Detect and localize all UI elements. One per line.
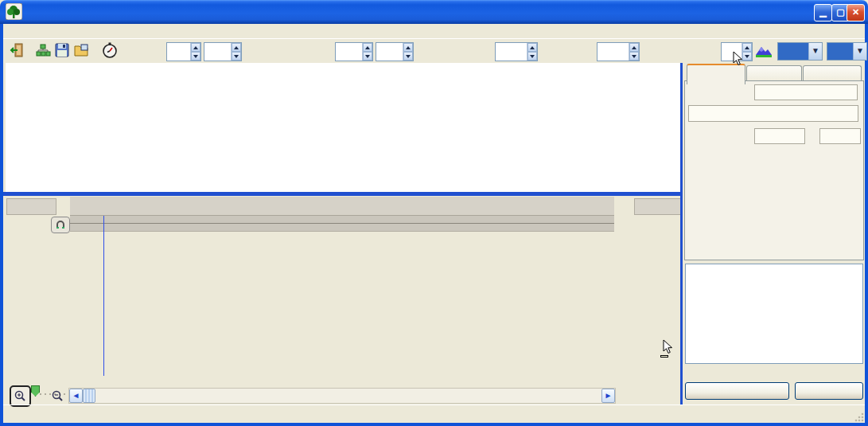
timeline-ruler[interactable] [70,197,614,216]
stopwatch-icon[interactable] [100,41,119,60]
mouse-cursor-2 [663,339,673,354]
relative-time-chip [6,198,56,215]
magnifier-plus-icon [14,390,26,402]
keyframe-panel [6,63,680,193]
tab-property[interactable] [687,64,745,84]
app-window: ▁ ▢ ✕ [0,0,868,426]
title-bar[interactable]: ▁ ▢ ✕ [0,0,868,24]
ratio-dropdown[interactable]: ▼ [777,42,823,61]
app-icon [6,3,22,22]
zoom-in-button[interactable] [10,385,31,407]
restore-button[interactable] [795,382,863,400]
chevron-down-icon[interactable]: ▼ [853,43,866,60]
mouse-cursor [733,51,743,66]
magnet-snap-button[interactable] [51,217,70,233]
timeline-range-strip[interactable] [70,216,614,232]
picture-height-field[interactable] [819,128,861,144]
resize-grip[interactable] [854,412,864,422]
chevron-down-icon[interactable]: ▼ [808,43,822,60]
playhead-line[interactable] [103,216,104,376]
timecode-frames-spinner[interactable] [166,42,201,61]
tree-view-button[interactable] [33,41,53,60]
image-tool-icon[interactable] [754,41,773,61]
timeline-scrollbar[interactable] [68,388,616,404]
window-border-left [0,24,3,426]
object-tree [685,264,863,364]
absolute-time-chip [634,198,687,215]
picture-name-field[interactable] [754,84,858,100]
zoom-value [827,43,853,60]
window-border-right [865,24,868,426]
magnet-icon [56,221,65,229]
scrollbar-thumb[interactable] [83,389,95,403]
zoom-out-button[interactable] [49,389,66,404]
scrollbar-right-arrow[interactable]: ► [601,389,615,403]
exit-button[interactable] [8,41,27,60]
status-bar [3,405,865,424]
magnifier-minus-icon [52,390,64,402]
next-effect-spinner[interactable] [597,42,640,61]
timeline-zoom-slider[interactable] [31,385,40,397]
picture-width-field[interactable] [754,128,805,144]
tooltip [660,355,668,358]
menu-bar [3,24,865,39]
zoom-dropdown[interactable]: ▼ [827,42,867,61]
scrollbar-left-arrow[interactable]: ◄ [69,389,83,403]
picture-path-field[interactable] [688,105,858,122]
close-button[interactable]: ✕ [847,4,865,21]
copy-to-clipboard-button[interactable] [685,382,789,400]
slide-number-spinner[interactable] [335,42,373,61]
slide-frame-spinner[interactable] [376,42,414,61]
effect-spinner[interactable] [495,42,538,61]
minimize-button[interactable]: ▁ [814,4,832,21]
ratio-value [778,43,808,60]
open-button[interactable] [72,41,91,60]
save-button[interactable] [53,41,72,60]
timecode-ms-spinner[interactable] [204,42,242,61]
